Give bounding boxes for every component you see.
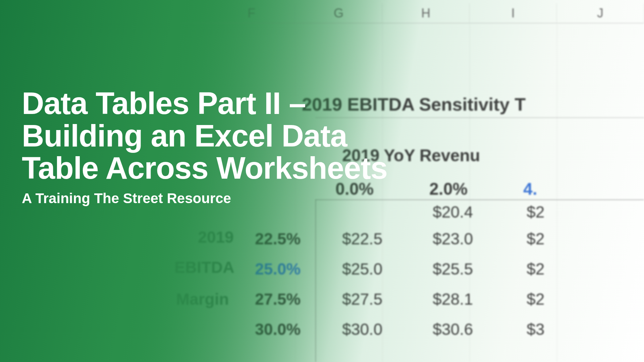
col-header-i: I <box>470 3 557 23</box>
data-cell: $22.5 <box>342 230 382 248</box>
margin-pct-cell: 27.5% <box>255 290 301 308</box>
subtitle: A Training The Street Resource <box>22 190 577 206</box>
margin-pct-cell-highlight: 25.0% <box>255 260 301 278</box>
row-label-2019: 2019 <box>198 228 234 246</box>
data-cell: $2 <box>527 260 544 278</box>
title-line-2: Building an Excel Data <box>22 120 577 152</box>
row-label-margin: Margin <box>176 290 229 308</box>
faint-cell: 25.0% <box>64 260 109 278</box>
col-header-d: D <box>0 3 114 23</box>
row-label-ebitda: EBITDA <box>174 258 234 277</box>
col-header-h: H <box>382 3 470 23</box>
margin-pct-cell: 22.5% <box>255 230 301 248</box>
table-border <box>315 199 316 362</box>
col-header-j: J <box>557 3 644 23</box>
col-header-f: F <box>208 3 295 23</box>
title-line-3: Table Across Worksheets <box>22 152 577 184</box>
data-cell: $25.5 <box>433 260 473 278</box>
col-header-g: G <box>295 3 382 23</box>
data-cell: $23.0 <box>433 230 473 248</box>
data-cell: $3 <box>527 320 544 339</box>
column-headers-row: D E F G H I J <box>0 3 644 23</box>
col-header-e: E <box>114 3 208 23</box>
data-cell: $2 <box>527 290 544 308</box>
margin-pct-cell: 30.0% <box>255 320 301 339</box>
title-block: Data Tables Part II – Building an Excel … <box>22 87 577 206</box>
data-cell: $2 <box>527 230 544 248</box>
main-title: Data Tables Part II – Building an Excel … <box>22 87 577 184</box>
data-cell: $28.1 <box>433 290 473 308</box>
data-cell: $30.6 <box>433 320 473 339</box>
data-cell: $25.0 <box>342 260 382 278</box>
data-cell: $30.0 <box>342 320 382 339</box>
title-line-1: Data Tables Part II – <box>22 87 577 120</box>
data-cell: $27.5 <box>342 290 382 308</box>
